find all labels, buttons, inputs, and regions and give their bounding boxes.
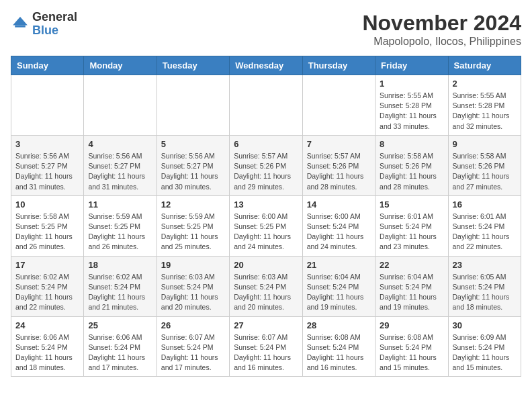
day-info: Sunrise: 5:59 AM Sunset: 5:25 PM Dayligh… xyxy=(161,212,225,253)
calendar-cell xyxy=(157,75,229,136)
day-info: Sunrise: 6:03 AM Sunset: 5:24 PM Dayligh… xyxy=(234,272,298,313)
day-info: Sunrise: 6:08 AM Sunset: 5:24 PM Dayligh… xyxy=(380,332,443,373)
day-info: Sunrise: 5:58 AM Sunset: 5:26 PM Dayligh… xyxy=(380,151,443,192)
weekday-header: Tuesday xyxy=(157,56,229,75)
weekday-header: Monday xyxy=(84,56,157,75)
day-number: 24 xyxy=(15,320,79,330)
day-info: Sunrise: 5:57 AM Sunset: 5:26 PM Dayligh… xyxy=(307,151,371,192)
calendar-cell: 7Sunrise: 5:57 AM Sunset: 5:26 PM Daylig… xyxy=(302,135,375,195)
page-header: General Blue November 2024 Mapolopolo, I… xyxy=(11,11,521,48)
day-number: 22 xyxy=(380,260,443,270)
calendar-table: SundayMondayTuesdayWednesdayThursdayFrid… xyxy=(11,56,521,377)
day-number: 23 xyxy=(453,260,517,270)
calendar-cell xyxy=(230,75,302,136)
title-block: November 2024 Mapolopolo, Ilocos, Philip… xyxy=(362,11,521,48)
day-info: Sunrise: 5:58 AM Sunset: 5:26 PM Dayligh… xyxy=(453,151,517,192)
calendar-cell: 12Sunrise: 5:59 AM Sunset: 5:25 PM Dayli… xyxy=(157,195,229,256)
weekday-header: Saturday xyxy=(448,56,521,75)
day-number: 16 xyxy=(453,199,517,210)
weekday-header: Friday xyxy=(375,56,448,75)
weekday-header: Wednesday xyxy=(230,56,302,75)
calendar-cell: 20Sunrise: 6:03 AM Sunset: 5:24 PM Dayli… xyxy=(230,256,302,316)
calendar-cell: 28Sunrise: 6:08 AM Sunset: 5:24 PM Dayli… xyxy=(302,316,375,377)
calendar-cell: 30Sunrise: 6:09 AM Sunset: 5:24 PM Dayli… xyxy=(448,316,521,377)
day-info: Sunrise: 5:56 AM Sunset: 5:27 PM Dayligh… xyxy=(161,151,225,192)
day-number: 1 xyxy=(380,79,443,89)
day-info: Sunrise: 5:55 AM Sunset: 5:28 PM Dayligh… xyxy=(380,91,443,132)
day-number: 9 xyxy=(453,139,517,149)
day-info: Sunrise: 5:55 AM Sunset: 5:28 PM Dayligh… xyxy=(453,91,517,132)
day-number: 26 xyxy=(161,320,225,330)
day-info: Sunrise: 5:57 AM Sunset: 5:26 PM Dayligh… xyxy=(234,151,298,192)
day-info: Sunrise: 6:04 AM Sunset: 5:24 PM Dayligh… xyxy=(307,272,371,313)
calendar-cell: 4Sunrise: 5:56 AM Sunset: 5:27 PM Daylig… xyxy=(84,135,157,195)
calendar-week-row: 24Sunrise: 6:06 AM Sunset: 5:24 PM Dayli… xyxy=(11,316,521,377)
calendar-cell xyxy=(84,75,157,136)
calendar-cell: 3Sunrise: 5:56 AM Sunset: 5:27 PM Daylig… xyxy=(11,135,84,195)
calendar-cell: 14Sunrise: 6:00 AM Sunset: 5:24 PM Dayli… xyxy=(302,195,375,256)
day-number: 5 xyxy=(161,139,225,149)
calendar-week-row: 17Sunrise: 6:02 AM Sunset: 5:24 PM Dayli… xyxy=(11,256,521,316)
day-number: 28 xyxy=(307,320,371,330)
day-info: Sunrise: 6:01 AM Sunset: 5:24 PM Dayligh… xyxy=(380,212,443,253)
location: Mapolopolo, Ilocos, Philippines xyxy=(362,36,521,48)
day-number: 2 xyxy=(453,79,517,89)
day-info: Sunrise: 6:02 AM Sunset: 5:24 PM Dayligh… xyxy=(88,272,152,313)
day-number: 17 xyxy=(15,260,79,270)
day-info: Sunrise: 5:58 AM Sunset: 5:25 PM Dayligh… xyxy=(15,212,79,253)
day-number: 21 xyxy=(307,260,371,270)
calendar-cell: 22Sunrise: 6:04 AM Sunset: 5:24 PM Dayli… xyxy=(375,256,448,316)
day-info: Sunrise: 5:59 AM Sunset: 5:25 PM Dayligh… xyxy=(88,212,152,253)
day-number: 20 xyxy=(234,260,298,270)
calendar-cell xyxy=(11,75,84,136)
logo: General Blue xyxy=(11,11,77,38)
calendar-cell: 18Sunrise: 6:02 AM Sunset: 5:24 PM Dayli… xyxy=(84,256,157,316)
day-info: Sunrise: 6:06 AM Sunset: 5:24 PM Dayligh… xyxy=(15,332,79,373)
svg-marker-0 xyxy=(13,17,28,25)
day-number: 8 xyxy=(380,139,443,149)
day-info: Sunrise: 5:56 AM Sunset: 5:27 PM Dayligh… xyxy=(88,151,152,192)
logo-text: General Blue xyxy=(32,11,77,38)
calendar-cell: 2Sunrise: 5:55 AM Sunset: 5:28 PM Daylig… xyxy=(448,75,521,136)
calendar-week-row: 1Sunrise: 5:55 AM Sunset: 5:28 PM Daylig… xyxy=(11,75,521,136)
day-info: Sunrise: 6:01 AM Sunset: 5:24 PM Dayligh… xyxy=(453,212,517,253)
day-info: Sunrise: 6:00 AM Sunset: 5:25 PM Dayligh… xyxy=(234,212,298,253)
day-number: 11 xyxy=(88,199,152,210)
day-number: 19 xyxy=(161,260,225,270)
calendar-cell: 9Sunrise: 5:58 AM Sunset: 5:26 PM Daylig… xyxy=(448,135,521,195)
day-number: 25 xyxy=(88,320,152,330)
day-number: 29 xyxy=(380,320,443,330)
day-info: Sunrise: 6:09 AM Sunset: 5:24 PM Dayligh… xyxy=(453,332,517,373)
calendar-cell: 23Sunrise: 6:05 AM Sunset: 5:24 PM Dayli… xyxy=(448,256,521,316)
calendar-cell: 5Sunrise: 5:56 AM Sunset: 5:27 PM Daylig… xyxy=(157,135,229,195)
weekday-header: Thursday xyxy=(302,56,375,75)
logo-general: General xyxy=(32,10,77,24)
calendar-cell: 8Sunrise: 5:58 AM Sunset: 5:26 PM Daylig… xyxy=(375,135,448,195)
day-number: 3 xyxy=(15,139,79,149)
calendar-cell: 25Sunrise: 6:06 AM Sunset: 5:24 PM Dayli… xyxy=(84,316,157,377)
day-number: 14 xyxy=(307,199,371,210)
day-number: 30 xyxy=(453,320,517,330)
weekday-header: Sunday xyxy=(11,56,84,75)
svg-rect-1 xyxy=(15,25,26,27)
calendar-cell: 10Sunrise: 5:58 AM Sunset: 5:25 PM Dayli… xyxy=(11,195,84,256)
calendar-cell: 16Sunrise: 6:01 AM Sunset: 5:24 PM Dayli… xyxy=(448,195,521,256)
day-info: Sunrise: 6:07 AM Sunset: 5:24 PM Dayligh… xyxy=(234,332,298,373)
day-info: Sunrise: 6:02 AM Sunset: 5:24 PM Dayligh… xyxy=(15,272,79,313)
day-number: 7 xyxy=(307,139,371,149)
day-number: 15 xyxy=(380,199,443,210)
calendar-header-row: SundayMondayTuesdayWednesdayThursdayFrid… xyxy=(11,56,521,75)
day-number: 10 xyxy=(15,199,79,210)
calendar-cell: 21Sunrise: 6:04 AM Sunset: 5:24 PM Dayli… xyxy=(302,256,375,316)
day-info: Sunrise: 6:04 AM Sunset: 5:24 PM Dayligh… xyxy=(380,272,443,313)
calendar-week-row: 3Sunrise: 5:56 AM Sunset: 5:27 PM Daylig… xyxy=(11,135,521,195)
calendar-cell: 17Sunrise: 6:02 AM Sunset: 5:24 PM Dayli… xyxy=(11,256,84,316)
day-number: 18 xyxy=(88,260,152,270)
day-number: 12 xyxy=(161,199,225,210)
calendar-cell: 13Sunrise: 6:00 AM Sunset: 5:25 PM Dayli… xyxy=(230,195,302,256)
day-info: Sunrise: 6:05 AM Sunset: 5:24 PM Dayligh… xyxy=(453,272,517,313)
calendar-cell: 24Sunrise: 6:06 AM Sunset: 5:24 PM Dayli… xyxy=(11,316,84,377)
day-info: Sunrise: 6:00 AM Sunset: 5:24 PM Dayligh… xyxy=(307,212,371,253)
day-info: Sunrise: 6:06 AM Sunset: 5:24 PM Dayligh… xyxy=(88,332,152,373)
calendar-cell: 15Sunrise: 6:01 AM Sunset: 5:24 PM Dayli… xyxy=(375,195,448,256)
